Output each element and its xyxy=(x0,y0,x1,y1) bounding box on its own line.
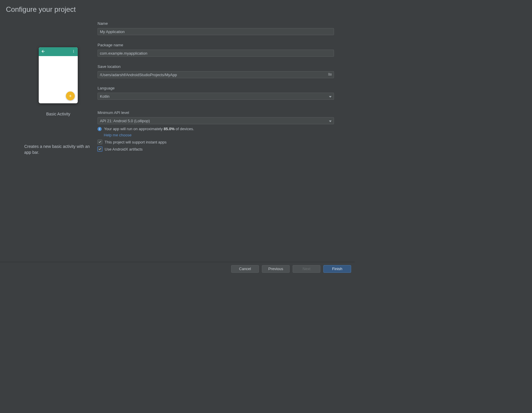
androidx-checkbox[interactable] xyxy=(98,147,102,151)
language-select-value: Kotlin xyxy=(100,94,110,99)
package-name-field-group: Package name xyxy=(98,43,334,57)
configure-project-window: Configure your project Basic Activity Cr… xyxy=(0,0,355,275)
help-me-choose-link[interactable]: Help me choose xyxy=(104,133,132,137)
folder-browse-icon[interactable] xyxy=(328,73,332,77)
androidx-label: Use AndroidX artifacts xyxy=(105,147,143,151)
form-panel: Name Package name Save location Language… xyxy=(98,21,334,153)
package-name-label: Package name xyxy=(98,43,334,47)
instant-apps-label: This project will support instant apps xyxy=(105,140,167,144)
name-label: Name xyxy=(98,21,334,26)
page-title: Configure your project xyxy=(6,5,76,14)
template-description: Creates a new basic activity with an app… xyxy=(24,143,92,156)
chevron-down-icon xyxy=(329,119,332,123)
template-preview-panel: Basic Activity Creates a new basic activ… xyxy=(24,47,92,156)
arrow-left-icon xyxy=(41,49,45,54)
svg-point-1 xyxy=(73,50,74,50)
save-location-label: Save location xyxy=(98,64,334,69)
androidx-row: Use AndroidX artifacts xyxy=(98,147,334,151)
template-thumbnail xyxy=(39,47,78,103)
svg-point-2 xyxy=(73,51,74,52)
save-location-input[interactable] xyxy=(98,71,334,78)
language-field-group: Language Kotlin xyxy=(98,86,334,100)
language-label: Language xyxy=(98,86,334,90)
name-input[interactable] xyxy=(98,28,334,35)
instant-apps-checkbox[interactable] xyxy=(98,140,102,144)
device-coverage-text: Your app will run on approximately 85.0%… xyxy=(104,127,194,131)
package-name-input[interactable] xyxy=(98,50,334,57)
more-vert-icon xyxy=(72,50,75,54)
min-api-field-group: Minimum API level API 21: Android 5.0 (L… xyxy=(98,110,334,151)
min-api-select[interactable]: API 21: Android 5.0 (Lollipop) xyxy=(98,117,334,124)
button-bar: Cancel Previous Next Finish xyxy=(0,262,355,275)
chevron-down-icon xyxy=(329,94,332,99)
svg-point-3 xyxy=(73,52,74,53)
min-api-label: Minimum API level xyxy=(98,110,334,115)
fab-plus-icon xyxy=(66,92,75,100)
previous-button[interactable]: Previous xyxy=(262,265,290,273)
device-coverage-info: i Your app will run on approximately 85.… xyxy=(98,127,334,131)
language-select[interactable]: Kotlin xyxy=(98,93,334,100)
thumbnail-appbar xyxy=(39,47,78,56)
instant-apps-row: This project will support instant apps xyxy=(98,140,334,144)
template-caption: Basic Activity xyxy=(24,112,92,116)
next-button: Next xyxy=(293,265,320,273)
finish-button[interactable]: Finish xyxy=(323,265,351,273)
save-location-field-group: Save location xyxy=(98,64,334,78)
min-api-select-value: API 21: Android 5.0 (Lollipop) xyxy=(100,119,150,123)
name-field-group: Name xyxy=(98,21,334,35)
info-icon: i xyxy=(98,127,102,131)
cancel-button[interactable]: Cancel xyxy=(231,265,259,273)
